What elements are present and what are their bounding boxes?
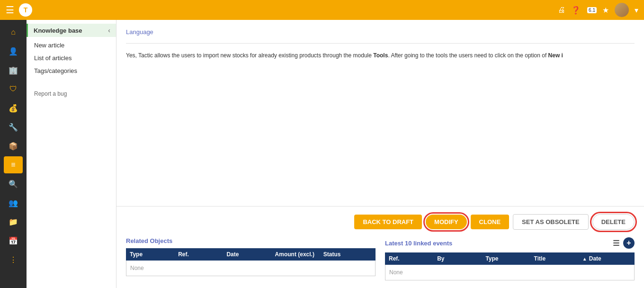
table-actions: ☰ + bbox=[613, 237, 635, 249]
col-status: Status bbox=[323, 251, 372, 258]
col-amount: Amount (excl.) bbox=[275, 251, 323, 258]
nav-sidebar-title: Knowledge base bbox=[34, 27, 82, 34]
clone-button[interactable]: CLONE bbox=[471, 215, 510, 229]
related-objects-panel: Related Objects Type Ref. Date Amount (e… bbox=[126, 237, 376, 280]
related-objects-table-body: None bbox=[126, 261, 376, 276]
back-to-draft-button[interactable]: BACK TO DRAFT bbox=[354, 215, 422, 229]
row-cell-none: None bbox=[130, 265, 371, 271]
user-menu-chevron-icon[interactable]: ▾ bbox=[635, 6, 638, 15]
sidebar-item-tags-categories[interactable]: Tags/categories bbox=[27, 64, 116, 77]
icon-sidebar: ⌂ 👤 🏢 🛡 💰 🔧 📦 ≡ 🔍 👥 📁 📅 ⋮ bbox=[0, 20, 27, 288]
related-objects-table-header: Type Ref. Date Amount (excl.) Status bbox=[126, 248, 376, 261]
content-area: Language Yes, Tactic allows the users to… bbox=[116, 20, 644, 206]
topbar-left: ☰ T bbox=[6, 3, 32, 17]
linked-events-table-header: Ref. By Type Title ▲ Date bbox=[385, 252, 635, 265]
related-objects-title: Related Objects bbox=[126, 237, 376, 244]
sidebar-icon-search[interactable]: 🔍 bbox=[4, 175, 23, 192]
sidebar-icon-calendar[interactable]: 📅 bbox=[4, 232, 23, 249]
topbar: ☰ T 🖨 ❓ 6.1 ★ ▾ bbox=[0, 0, 644, 20]
sidebar-icon-user[interactable]: 👤 bbox=[4, 43, 23, 60]
col-ref: Ref. bbox=[389, 255, 437, 262]
col-by: By bbox=[437, 255, 485, 262]
linked-events-title: Latest 10 linked events ☰ + bbox=[385, 237, 635, 249]
menu-icon[interactable]: ☰ bbox=[613, 239, 619, 248]
table-row: None bbox=[126, 261, 375, 276]
article-content: Yes, Tactic allows the users to import n… bbox=[126, 51, 635, 60]
sidebar-icon-building[interactable]: 🏢 bbox=[4, 62, 23, 79]
action-buttons-row: BACK TO DRAFT MODIFY CLONE SET AS OBSOLE… bbox=[116, 206, 644, 237]
modify-button[interactable]: MODIFY bbox=[426, 215, 467, 229]
col-type: Type bbox=[485, 255, 534, 262]
sidebar-icon-coins[interactable]: 💰 bbox=[4, 99, 23, 117]
language-row: Language bbox=[126, 27, 635, 44]
sidebar-icon-more[interactable]: ⋮ bbox=[4, 251, 23, 268]
add-event-button[interactable]: + bbox=[623, 237, 635, 249]
sidebar-icon-folder[interactable]: 📁 bbox=[4, 213, 23, 230]
col-date: Date bbox=[226, 251, 275, 258]
sort-up-icon: ▲ bbox=[582, 256, 587, 261]
report-bug-link[interactable]: Report a bug bbox=[27, 87, 116, 101]
help-icon[interactable]: ❓ bbox=[571, 6, 581, 15]
linked-events-table-body: None bbox=[385, 265, 635, 280]
col-ref: Ref. bbox=[178, 251, 226, 258]
sidebar-item-new-article[interactable]: New article bbox=[27, 39, 116, 52]
sidebar-item-list-articles[interactable]: List of articles bbox=[27, 52, 116, 64]
linked-events-panel: Latest 10 linked events ☰ + Ref. By Type… bbox=[385, 237, 635, 280]
sidebar-icon-layers[interactable]: ≡ bbox=[4, 156, 23, 173]
hamburger-menu-icon[interactable]: ☰ bbox=[6, 4, 14, 16]
col-title: Title bbox=[534, 255, 582, 262]
row-cell-none: None bbox=[389, 269, 630, 276]
sidebar-icon-tools[interactable]: 🔧 bbox=[4, 118, 23, 135]
topbar-right: 🖨 ❓ 6.1 ★ ▾ bbox=[558, 3, 638, 17]
avatar[interactable] bbox=[615, 3, 629, 17]
sidebar-icon-box[interactable]: 📦 bbox=[4, 137, 23, 154]
star-icon[interactable]: ★ bbox=[602, 6, 609, 15]
nav-sidebar-collapse-icon[interactable]: ‹ bbox=[108, 27, 110, 34]
sidebar-icon-shield[interactable]: 🛡 bbox=[4, 81, 23, 98]
col-date-sortable[interactable]: ▲ Date bbox=[582, 255, 631, 262]
delete-button[interactable]: DELETE bbox=[592, 214, 635, 230]
table-row: None bbox=[385, 265, 634, 280]
bottom-section: Related Objects Type Ref. Date Amount (e… bbox=[116, 237, 644, 288]
nav-sidebar-header: Knowledge base ‹ bbox=[27, 24, 116, 37]
set-as-obsolete-button[interactable]: SET AS OBSOLETE bbox=[513, 214, 589, 230]
print-icon[interactable]: 🖨 bbox=[558, 6, 565, 14]
nav-sidebar: Knowledge base ‹ New article List of art… bbox=[27, 20, 116, 288]
sidebar-icon-people[interactable]: 👥 bbox=[4, 194, 23, 211]
main-layout: ⌂ 👤 🏢 🛡 💰 🔧 📦 ≡ 🔍 👥 📁 📅 ⋮ Knowledge base… bbox=[0, 20, 644, 288]
main-content: Language Yes, Tactic allows the users to… bbox=[116, 20, 644, 288]
version-badge: 6.1 bbox=[587, 7, 597, 13]
language-label: Language bbox=[126, 27, 164, 36]
sidebar-icon-home[interactable]: ⌂ bbox=[4, 24, 23, 41]
app-logo: T bbox=[19, 3, 32, 17]
col-type: Type bbox=[130, 251, 178, 258]
